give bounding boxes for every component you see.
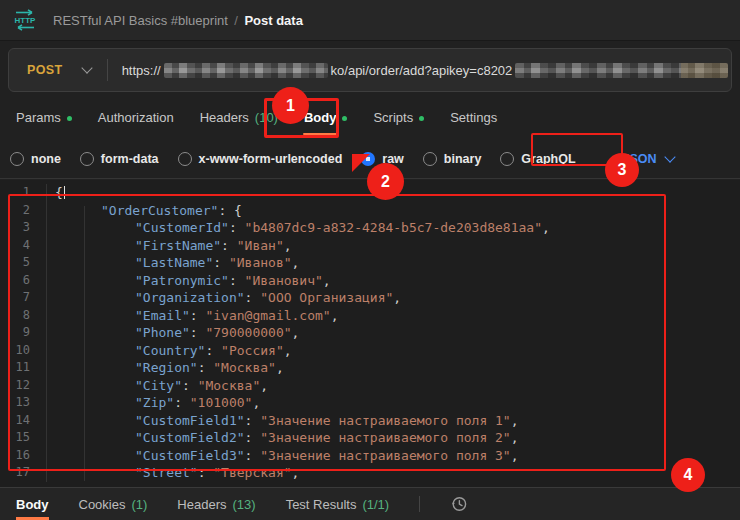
response-tab-label: Body	[16, 497, 49, 512]
tab-authorization[interactable]: Authorization	[98, 97, 174, 138]
code-line[interactable]: 1{	[0, 184, 740, 202]
method-dropdown[interactable]: POST	[9, 63, 107, 77]
tab-label: Params	[16, 110, 61, 125]
token-p: :	[190, 325, 206, 340]
body-code-editor[interactable]: 1{2"OrderCustomer": {3"CustomerId": "b48…	[0, 180, 740, 487]
radio-label: none	[31, 152, 61, 166]
token-p: ,	[511, 448, 519, 463]
code-content: "Patronymic": "Иванович",	[55, 272, 331, 290]
tab-body[interactable]: Body	[304, 97, 348, 138]
code-line[interactable]: 8"Email": "ivan@gmail.com",	[0, 307, 740, 325]
line-number: 7	[0, 289, 38, 307]
code-line[interactable]: 9"Phone": "790000000",	[0, 324, 740, 342]
response-bar-divider	[419, 496, 420, 512]
line-number: 5	[0, 254, 38, 272]
code-line[interactable]: 4"FirstName": "Иван",	[0, 237, 740, 255]
token-p: ,	[276, 360, 284, 375]
token-k: "Phone"	[135, 325, 190, 340]
code-line[interactable]: 14"CustomField1": "Значение настраиваемо…	[0, 412, 740, 430]
token-p: :	[205, 343, 221, 358]
body-type-none[interactable]: none	[10, 152, 61, 166]
gutter-border	[46, 412, 55, 430]
code-line[interactable]: 15"CustomField2": "Значение настраиваемо…	[0, 429, 740, 447]
code-line[interactable]: 3"CustomerId": "b4807dc9-a832-4284-b5c7-…	[0, 219, 740, 237]
response-tab-body[interactable]: Body	[16, 488, 49, 520]
line-number: 3	[0, 219, 38, 237]
code-content: "Phone": "790000000",	[55, 324, 299, 342]
body-type-graphql[interactable]: GraphQL	[500, 152, 575, 166]
code-content: "Country": "Россия",	[55, 342, 292, 360]
body-type-selector: noneform-datax-www-form-urlencodedrawbin…	[0, 139, 740, 179]
url-divider	[107, 59, 108, 81]
code-line[interactable]: 2"OrderCustomer": {	[0, 202, 740, 220]
response-tab-label: Cookies	[79, 497, 126, 512]
token-k: "Region"	[135, 360, 198, 375]
line-number: 10	[0, 342, 38, 360]
token-p: ,	[542, 220, 550, 235]
token-p: ,	[284, 343, 292, 358]
token-p: :	[245, 290, 261, 305]
token-s: "ivan@gmail.com"	[205, 308, 330, 323]
token-p: :	[229, 220, 245, 235]
tab-settings[interactable]: Settings	[450, 97, 497, 138]
code-line[interactable]: 16"CustomField3": "Значение настраиваемо…	[0, 447, 740, 465]
token-p: :	[182, 378, 198, 393]
body-type-form-data[interactable]: form-data	[80, 152, 159, 166]
breadcrumb-collection[interactable]: RESTful API Basics #blueprint	[53, 13, 228, 28]
code-line[interactable]: 5"LastName": "Иванов",	[0, 254, 740, 272]
token-p: {	[55, 185, 63, 200]
token-s: "Значение настраиваемого поля 2"	[260, 430, 510, 445]
code-line[interactable]: 6"Patronymic": "Иванович",	[0, 272, 740, 290]
code-line[interactable]: 10"Country": "Россия",	[0, 342, 740, 360]
method-label: POST	[27, 63, 63, 77]
line-number: 15	[0, 429, 38, 447]
url-input[interactable]: https://ko/api/order/add?apikey=c8202	[122, 63, 731, 78]
gutter-border	[46, 464, 55, 482]
line-number: 14	[0, 412, 38, 430]
token-k: "Email"	[135, 308, 190, 323]
token-k: "Street"	[135, 465, 198, 480]
token-k: "CustomField1"	[135, 413, 245, 428]
token-k: "OrderCustomer"	[101, 203, 218, 218]
body-type-x-www-form-urlencoded[interactable]: x-www-form-urlencoded	[178, 152, 343, 166]
code-content: "CustomField1": "Значение настраиваемого…	[55, 412, 519, 430]
response-tab-cookies[interactable]: Cookies(1)	[79, 488, 148, 520]
code-line[interactable]: 13"Zip": "101000",	[0, 394, 740, 412]
response-tab-count: (1)	[131, 497, 147, 512]
code-content: "FirstName": "Иван",	[55, 237, 292, 255]
tab-scripts[interactable]: Scripts	[373, 97, 424, 138]
language-label: JSON	[623, 152, 657, 166]
token-s: "ООО Организация"	[260, 290, 393, 305]
language-dropdown[interactable]: JSON	[611, 146, 686, 172]
tab-params[interactable]: Params	[16, 97, 72, 138]
token-k: "Patronymic"	[135, 273, 229, 288]
code-line[interactable]: 12"City": "Москва",	[0, 377, 740, 395]
code-line[interactable]: 17"Street": "Тверская",	[0, 464, 740, 482]
token-p: ,	[331, 308, 339, 323]
body-type-binary[interactable]: binary	[423, 152, 482, 166]
history-button[interactable]	[450, 495, 468, 513]
line-number: 13	[0, 394, 38, 412]
radio-icon	[10, 152, 24, 166]
radio-label: form-data	[101, 152, 159, 166]
line-number: 2	[0, 202, 38, 220]
code-line[interactable]: 11"Region": "Москва",	[0, 359, 740, 377]
indent-guide	[84, 206, 85, 481]
radio-icon	[178, 152, 192, 166]
body-type-raw[interactable]: raw	[361, 152, 404, 166]
tab-headers[interactable]: Headers(10)	[200, 97, 278, 138]
line-number: 6	[0, 272, 38, 290]
response-tab-test-results[interactable]: Test Results(1/1)	[286, 488, 390, 520]
code-content: "Zip": "101000",	[55, 394, 260, 412]
code-line[interactable]: 7"Organization": "ООО Организация",	[0, 289, 740, 307]
token-p: :	[213, 255, 229, 270]
token-k: "Zip"	[135, 395, 174, 410]
response-tab-label: Test Results	[286, 497, 357, 512]
token-s: "790000000"	[205, 325, 291, 340]
token-p: ,	[511, 430, 519, 445]
response-tab-headers[interactable]: Headers(13)	[177, 488, 255, 520]
request-title-bar: HTTP RESTful API Basics #blueprint / Pos…	[0, 0, 740, 41]
breadcrumb-request-name[interactable]: Post data	[244, 13, 303, 28]
line-number: 8	[0, 307, 38, 325]
tab-label: Body	[304, 110, 337, 125]
